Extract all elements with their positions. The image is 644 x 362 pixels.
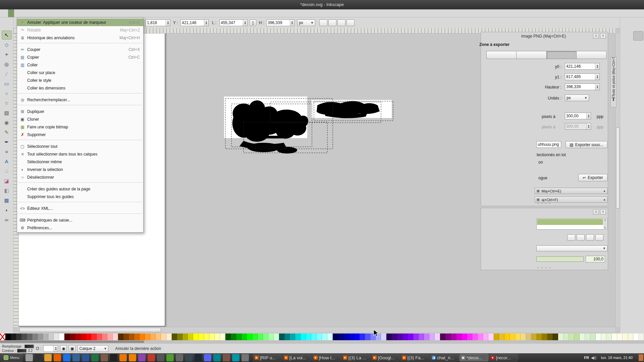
palette-swatch[interactable] — [322, 334, 327, 340]
snap-text-baseline[interactable] — [633, 162, 643, 171]
palette-swatch[interactable] — [134, 334, 140, 340]
cmd-zoom-drawing[interactable] — [621, 142, 631, 151]
launcher-inkscape[interactable] — [110, 354, 117, 361]
palette-swatch[interactable] — [564, 334, 569, 340]
palette-swatch[interactable] — [59, 334, 64, 340]
palette-swatch[interactable] — [343, 334, 349, 340]
minimize-button[interactable] — [613, 1, 622, 8]
palette-swatch[interactable] — [472, 334, 478, 340]
menu-create-page-guides[interactable]: Créer des guides autour de la page — [17, 185, 143, 193]
palette-swatch[interactable] — [504, 334, 510, 340]
dialog-float-button[interactable]: ⊡ — [593, 34, 599, 39]
palette-swatch[interactable] — [440, 334, 445, 340]
palette-swatch[interactable] — [365, 334, 370, 340]
snap-paths[interactable] — [633, 92, 643, 101]
spinner-arrows-icon[interactable]: ▲▼ — [204, 20, 208, 26]
export-filename-field[interactable]: uhhuuu.png — [536, 141, 561, 148]
task-window-5[interactable]: ● [Googl... — [371, 354, 400, 361]
palette-swatch[interactable] — [451, 334, 456, 340]
snap-guides[interactable] — [633, 192, 643, 201]
spinner-arrows-icon[interactable]: ▲▼ — [595, 63, 599, 69]
export-as-button[interactable]: ▤ Exporter sous... — [566, 141, 607, 148]
selection-width-field[interactable]: 455,347▲▼ — [219, 19, 248, 26]
layer-raise-to-top[interactable] — [567, 234, 575, 241]
palette-swatch[interactable] — [585, 334, 590, 340]
menu-select-all-layers[interactable]: ≡ Tout sélectionner dans tous les calque… — [17, 150, 143, 158]
palette-swatch[interactable] — [97, 334, 102, 340]
palette-swatch[interactable] — [574, 334, 580, 340]
palette-swatch[interactable] — [429, 334, 435, 340]
fill-stroke-indicator[interactable]: Remplissage : Contour :3.2 — [2, 344, 34, 353]
menubar-calque[interactable] — [20, 9, 26, 17]
palette-swatch[interactable] — [268, 334, 274, 340]
cmd-duplicate[interactable] — [621, 152, 631, 161]
menubar-chemin[interactable] — [32, 9, 38, 17]
layer-raise[interactable] — [577, 234, 585, 241]
snap-midpoints[interactable] — [633, 132, 643, 141]
layer-list-scrollbar[interactable]: ▲▼ — [603, 219, 607, 229]
tool-pen[interactable]: ✒ — [2, 137, 12, 146]
palette-swatch[interactable] — [247, 334, 252, 340]
dpi-field[interactable]: 300,00▲▼ — [565, 123, 591, 130]
palette-swatch[interactable] — [386, 334, 392, 340]
menu-paste-size[interactable]: Coller les dimensions — [17, 84, 143, 92]
menu-paste[interactable]: ▥ Coller — [17, 61, 143, 69]
menu-item[interactable] — [17, 182, 143, 185]
cmd-text-dialog[interactable] — [621, 182, 631, 191]
palette-swatch[interactable] — [338, 334, 343, 340]
palette-swatch[interactable] — [360, 334, 365, 340]
layer-lock-icon[interactable]: ▣ — [69, 345, 75, 352]
palette-swatch[interactable] — [236, 334, 241, 340]
layer-lower[interactable] — [586, 234, 594, 241]
task-window-8[interactable]: ◆ *dessi... — [460, 354, 488, 361]
launcher-screenshot[interactable] — [157, 354, 164, 361]
palette-swatch[interactable] — [392, 334, 397, 340]
tray-network[interactable] — [577, 355, 582, 360]
palette-swatch[interactable] — [402, 334, 408, 340]
menu-preferences[interactable]: ⚙ Préférences... — [17, 224, 143, 232]
launcher-files[interactable] — [44, 354, 52, 361]
opacity-slider[interactable] — [536, 256, 584, 262]
export-tab-selection[interactable] — [546, 51, 576, 59]
palette-swatch[interactable] — [553, 334, 558, 340]
tray-updates[interactable] — [563, 355, 569, 360]
palette-swatch[interactable] — [215, 334, 220, 340]
palette-swatch[interactable] — [467, 334, 472, 340]
palette-swatch[interactable] — [5, 334, 11, 340]
palette-swatch[interactable] — [252, 334, 258, 340]
launcher-show-desktop[interactable] — [25, 354, 33, 361]
snap-enable[interactable] — [633, 31, 643, 41]
palette-swatch[interactable] — [639, 334, 644, 340]
close-button[interactable] — [633, 1, 642, 8]
snap-perpendicular[interactable] — [633, 202, 643, 212]
tool-gradient[interactable]: ▩ — [2, 196, 12, 205]
palette-swatch[interactable] — [150, 334, 156, 340]
palette-swatch[interactable] — [284, 334, 290, 340]
tool-connector[interactable]: ∞ — [2, 215, 12, 224]
task-window-7[interactable]: ◨ chat_ri... — [430, 354, 459, 361]
launcher-mail[interactable] — [72, 354, 80, 361]
snap-nodes[interactable] — [633, 81, 643, 91]
hide-except-label[interactable]: on — [538, 160, 543, 165]
palette-swatch[interactable] — [107, 334, 113, 340]
palette-swatch[interactable] — [306, 334, 311, 340]
menu-invert-selection[interactable]: ◐ Inverser la sélection — [17, 166, 143, 173]
palette-swatch[interactable] — [64, 334, 70, 340]
menu-select-all[interactable]: ▢ Sélectionner tout — [17, 142, 143, 150]
palette-swatch[interactable] — [80, 334, 86, 340]
task-window-9[interactable]: ● [recor... — [489, 354, 518, 361]
palette-swatch[interactable] — [456, 334, 462, 340]
task-window-6[interactable]: ● [(3) Fa... — [400, 354, 429, 361]
opacity-field[interactable]: ▲▼ — [43, 345, 58, 352]
current-layer-combo[interactable]: Calque 2▼ — [77, 345, 108, 352]
palette-swatch[interactable] — [424, 334, 429, 340]
tool-measure[interactable]: ∕ — [2, 69, 12, 78]
stroke-swatch[interactable] — [17, 349, 26, 353]
export-y1-field[interactable]: 817,485▲▼ — [565, 73, 600, 80]
palette-swatch[interactable] — [628, 334, 633, 340]
spinner-arrows-icon[interactable]: ▲▼ — [595, 84, 599, 90]
palette-swatch[interactable] — [91, 334, 97, 340]
cmd-redo[interactable] — [621, 102, 631, 111]
vertical-scrollbar-thumb[interactable] — [616, 127, 620, 208]
dock-handle[interactable]: • • • • — [481, 202, 608, 205]
